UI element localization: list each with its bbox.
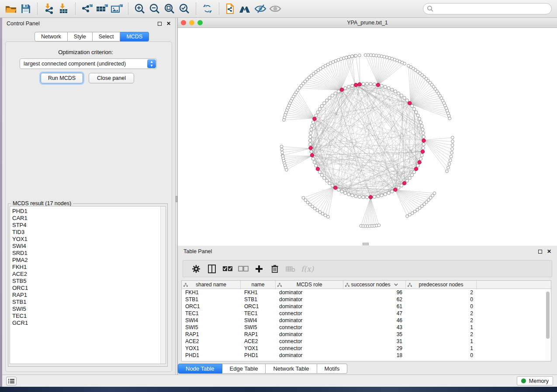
network-hub-node[interactable] [403, 182, 406, 185]
network-node[interactable] [310, 150, 313, 153]
horizontal-splitter-grip[interactable] [363, 243, 369, 245]
network-node[interactable] [400, 184, 403, 187]
network-node[interactable] [323, 176, 326, 179]
network-node[interactable] [416, 164, 419, 167]
network-hub-node[interactable] [313, 117, 316, 120]
mcds-result-item[interactable]: TID3 [12, 229, 160, 236]
network-node[interactable] [419, 121, 422, 124]
network-hub-node[interactable] [414, 167, 418, 171]
network-node[interactable] [328, 182, 331, 185]
search-input[interactable] [434, 6, 548, 12]
network-node[interactable] [280, 148, 284, 151]
network-node[interactable] [325, 179, 328, 182]
mcds-result-item[interactable]: STB1 [12, 299, 160, 306]
network-node[interactable] [354, 54, 357, 57]
mcds-result-item[interactable]: STP4 [12, 222, 160, 229]
network-node[interactable] [451, 140, 454, 143]
network-hub-node[interactable] [394, 188, 397, 191]
network-search-icon[interactable] [238, 2, 253, 16]
search-field[interactable] [423, 3, 552, 14]
network-node[interactable] [451, 148, 454, 151]
network-node[interactable] [449, 159, 452, 162]
network-node[interactable] [347, 85, 350, 88]
criterion-dropdown[interactable]: largest connected component (undirected)… [20, 58, 157, 69]
network-node[interactable] [280, 145, 283, 148]
network-node[interactable] [448, 162, 451, 165]
open-folder-icon[interactable] [3, 2, 18, 16]
network-node[interactable] [400, 94, 403, 97]
network-hub-node[interactable] [369, 196, 372, 199]
mcds-result-item[interactable]: YOX1 [12, 236, 160, 243]
refresh-icon[interactable] [200, 2, 215, 16]
network-node[interactable] [310, 128, 313, 131]
network-node[interactable] [282, 118, 285, 121]
table-row[interactable]: TEC1TEC1connector472 [182, 310, 551, 317]
network-node[interactable] [411, 174, 414, 177]
network-node[interactable] [323, 102, 326, 105]
network-node[interactable] [405, 99, 408, 102]
network-node[interactable] [331, 94, 334, 97]
network-node[interactable] [416, 114, 419, 117]
tab-network-table[interactable]: Network Table [266, 364, 317, 374]
network-node[interactable] [320, 174, 323, 177]
tab-style[interactable]: Style [68, 32, 93, 41]
network-node[interactable] [328, 96, 331, 100]
node-table[interactable]: shared namenameMCDS rolesuccessor nodesp… [181, 280, 551, 361]
network-node[interactable] [351, 84, 354, 87]
network-node[interactable] [405, 179, 408, 182]
column-header-MCDS-role[interactable]: MCDS role [276, 281, 343, 289]
network-hub-node[interactable] [421, 150, 424, 153]
table-row[interactable]: FKH1FKH1dominator962 [182, 289, 551, 296]
network-node[interactable] [373, 195, 376, 198]
tab-edge-table[interactable]: Edge Table [222, 364, 266, 374]
network-node[interactable] [411, 104, 414, 107]
network-node[interactable] [377, 195, 380, 198]
network-node[interactable] [384, 85, 387, 88]
network-node[interactable] [446, 170, 449, 173]
network-node[interactable] [397, 186, 400, 189]
network-node[interactable] [311, 124, 314, 127]
import-table-icon[interactable] [56, 2, 71, 16]
zoom-in-icon[interactable] [132, 2, 147, 16]
table-row[interactable]: PHD1PHD1dominator180 [182, 352, 551, 359]
network-node[interactable] [316, 209, 319, 212]
network-node[interactable] [340, 190, 343, 193]
network-node[interactable] [358, 195, 361, 198]
float-panel-icon[interactable] [158, 22, 162, 26]
network-node[interactable] [408, 176, 411, 179]
network-node[interactable] [315, 114, 318, 117]
network-node[interactable] [397, 92, 400, 95]
close-panel-button[interactable]: Close panel [89, 73, 134, 83]
network-node[interactable] [394, 90, 397, 93]
zoom-out-icon[interactable] [147, 2, 162, 16]
column-header-shared-name[interactable]: shared name [182, 281, 241, 289]
mcds-result-item[interactable]: CAR1 [12, 215, 160, 222]
network-node[interactable] [412, 107, 415, 110]
mcds-result-item[interactable]: SRD1 [12, 250, 160, 257]
show-panel-list-button[interactable] [6, 377, 17, 385]
network-hub-node[interactable] [422, 139, 426, 142]
mcds-result-item[interactable]: STB5 [12, 278, 160, 285]
mcds-result-item[interactable]: RAP1 [12, 292, 160, 299]
splitter-grip[interactable] [176, 196, 177, 202]
network-node[interactable] [309, 143, 312, 146]
show-columns-icon[interactable] [204, 262, 220, 275]
network-node[interactable] [309, 131, 312, 134]
mcds-result-item[interactable]: ORC1 [12, 285, 160, 292]
mcds-result-item[interactable]: PMA2 [12, 257, 160, 264]
network-node[interactable] [308, 139, 311, 142]
network-node[interactable] [451, 136, 454, 139]
add-column-icon[interactable] [251, 262, 267, 275]
column-header-successor-nodes[interactable]: successor nodes [343, 281, 406, 289]
network-node[interactable] [311, 157, 315, 160]
mcds-result-item[interactable]: TEC1 [12, 313, 160, 320]
network-node[interactable] [391, 88, 394, 91]
table-row[interactable]: RAP1RAP1dominator352 [182, 331, 551, 338]
network-hub-node[interactable] [310, 153, 314, 157]
network-node[interactable] [364, 54, 367, 57]
network-node[interactable] [334, 92, 337, 95]
network-hub-node[interactable] [309, 146, 312, 150]
network-node[interactable] [337, 188, 340, 191]
network-node[interactable] [407, 64, 410, 67]
network-node[interactable] [418, 117, 421, 120]
